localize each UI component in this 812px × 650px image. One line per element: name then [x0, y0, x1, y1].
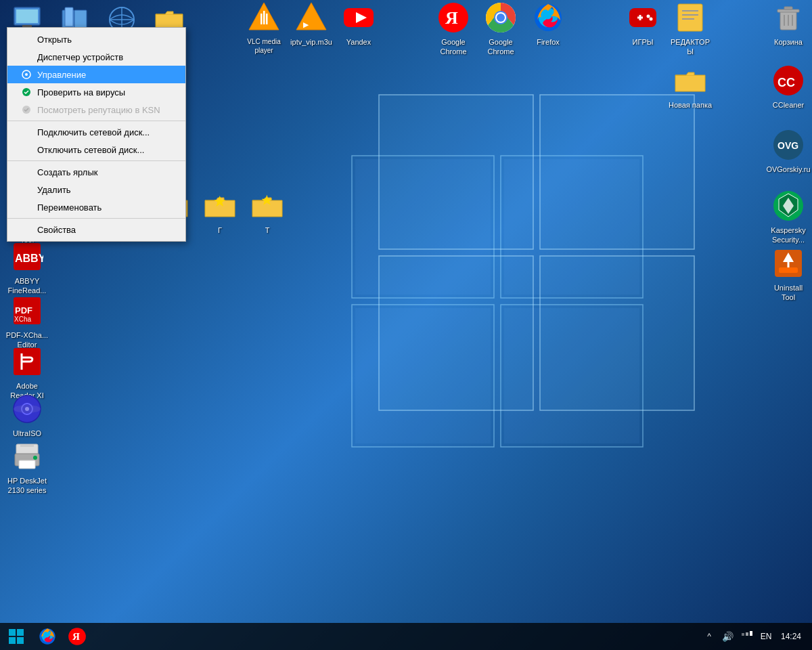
folder-t-label: Т	[264, 225, 271, 236]
separator-3	[7, 218, 185, 219]
tray-chevron[interactable]: ^	[702, 630, 716, 643]
svg-point-85	[33, 456, 37, 460]
icon-yandex[interactable]: Я Google Chrome	[430, 1, 477, 58]
svg-rect-93	[9, 637, 16, 644]
svg-text:PDF: PDF	[15, 305, 32, 316]
icon-ccleaner[interactable]: CC CCleaner	[765, 64, 812, 110]
create-shortcut-icon	[21, 167, 32, 177]
menu-item-map-drive[interactable]: Подключить сетевой диск...	[7, 123, 185, 141]
svg-text:Я: Я	[72, 630, 80, 642]
delete-icon	[21, 184, 32, 195]
start-button[interactable]	[0, 623, 32, 650]
newfolder-icon	[674, 64, 706, 97]
svg-rect-99	[742, 633, 744, 636]
svg-text:Я: Я	[445, 8, 458, 28]
svg-text:ABBY: ABBY	[15, 253, 43, 264]
svg-text:CC: CC	[777, 76, 795, 89]
icon-folder-t[interactable]: Т	[244, 190, 291, 236]
svg-point-81	[14, 405, 41, 413]
icon-youtube[interactable]: Yandex	[335, 1, 382, 47]
svg-rect-25	[266, 14, 268, 24]
tray-volume[interactable]: 🔊	[721, 630, 735, 643]
device-manager-icon	[21, 51, 32, 62]
map-drive-icon	[21, 127, 32, 137]
ovgorskiy-icon: OVG	[772, 129, 805, 161]
games-label: ИГРЫ	[631, 37, 655, 47]
svg-rect-74	[779, 267, 798, 273]
taskbar: Я ^ 🔊 EN 14:24	[0, 623, 812, 650]
svg-rect-92	[17, 629, 24, 636]
svg-rect-94	[17, 637, 24, 644]
icon-uninstalltool[interactable]: UninstallTool	[765, 247, 812, 303]
properties-icon	[21, 224, 32, 235]
taskbar-tray: ^ 🔊 EN 14:24	[702, 623, 812, 650]
games-icon	[627, 1, 659, 34]
menu-item-rename[interactable]: Переименовать	[7, 198, 185, 216]
menu-item-create-shortcut[interactable]: Создать ярлык	[7, 163, 185, 181]
ccleaner-label: CCleaner	[771, 100, 805, 110]
manage-icon	[21, 69, 32, 80]
folder-g-label: Г	[217, 225, 223, 236]
icon-ovgorskiy[interactable]: OVG OVGorskiy.ru	[765, 129, 812, 175]
menu-item-device-manager[interactable]: Диспетчер устройств	[7, 48, 185, 66]
svg-rect-49	[784, 7, 792, 9]
menu-item-properties[interactable]: Свойства	[7, 221, 185, 238]
icon-iptv[interactable]: ▶ iptv_vip.m3u	[288, 1, 335, 47]
icon-abbyy[interactable]: ABBY ABBYYFineRead...	[3, 240, 51, 297]
iptv-icon: ▶	[295, 1, 328, 34]
icon-editors[interactable]: РЕДАКТОРЫ	[667, 1, 714, 58]
svg-point-42	[650, 18, 653, 21]
kaspersky-label: KasperskySecurity...	[769, 225, 807, 246]
taskbar-firefox[interactable]	[32, 623, 62, 650]
taskbar-yandex[interactable]: Я	[62, 623, 92, 650]
icon-firefox[interactable]: Firefox	[524, 1, 572, 47]
yandex-icon: Я	[437, 1, 470, 34]
taskbar-clock[interactable]: 14:24	[778, 632, 804, 641]
icon-ultraiso[interactable]: UltraISO	[3, 393, 51, 439]
menu-item-manage[interactable]: Управление	[7, 66, 185, 83]
svg-rect-100	[746, 632, 748, 636]
menu-device-manager-label: Диспетчер устройств	[37, 52, 123, 62]
vlc-icon	[248, 1, 280, 34]
svg-rect-48	[777, 9, 799, 12]
icon-pdfxchange[interactable]: PDF XCha PDF-XCha...Editor	[3, 295, 51, 351]
ultraiso-icon	[11, 393, 43, 425]
svg-point-35	[497, 14, 505, 22]
firefox-label: Firefox	[535, 37, 561, 47]
icon-newfolder[interactable]: Новая папка	[667, 64, 714, 110]
svg-rect-84	[19, 460, 35, 469]
taskbar-firefox-icon	[38, 627, 57, 646]
icon-printer[interactable]: HP DeskJet2130 series	[3, 440, 51, 496]
icon-kaspersky[interactable]: KasperskySecurity...	[765, 190, 812, 246]
ccleaner-icon: CC	[772, 64, 805, 97]
menu-item-delete[interactable]: Удалить	[7, 181, 185, 198]
open-icon	[21, 34, 32, 45]
tray-network[interactable]	[740, 630, 754, 643]
svg-marker-26	[296, 3, 326, 30]
menu-item-open[interactable]: Открыть	[7, 30, 185, 48]
pdfxchange-icon: PDF XCha	[11, 295, 43, 327]
icon-vlc[interactable]: VLC mediaplayer	[240, 1, 288, 56]
kaspersky-icon	[772, 190, 805, 222]
tray-ime[interactable]: EN	[759, 630, 773, 643]
svg-point-41	[647, 15, 650, 18]
abbyy-label: ABBYYFineRead...	[7, 276, 48, 297]
menu-item-check-virus[interactable]: Проверить на вирусы	[7, 83, 185, 101]
icon-folder-g[interactable]: Г	[196, 190, 244, 236]
network-tray-icon	[741, 630, 753, 643]
icon-games[interactable]: ИГРЫ	[619, 1, 667, 47]
clock-time: 14:24	[781, 632, 801, 641]
svg-rect-43	[678, 4, 702, 31]
ultraiso-label: UltraISO	[12, 428, 43, 439]
separator-2	[7, 160, 185, 161]
svg-text:XCha: XCha	[14, 316, 31, 323]
icon-trash[interactable]: Корзина	[765, 1, 812, 47]
trash-icon	[772, 1, 805, 34]
menu-open-label: Открыть	[37, 35, 72, 45]
svg-rect-23	[261, 14, 263, 24]
menu-item-disconnect-drive[interactable]: Отключить сетевой диск...	[7, 141, 185, 158]
chevron-label: ^	[707, 632, 711, 641]
svg-rect-13	[16, 9, 38, 23]
svg-rect-86	[20, 444, 34, 447]
icon-chrome[interactable]: GoogleChrome	[477, 1, 524, 58]
